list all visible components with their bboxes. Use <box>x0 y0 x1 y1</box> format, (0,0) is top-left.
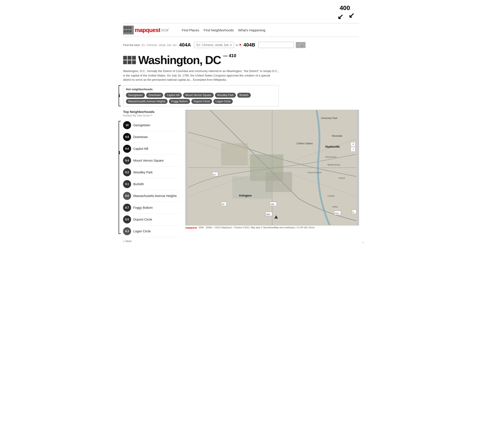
score-badge: 8.7 <box>123 204 131 212</box>
search-input[interactable] <box>194 42 234 48</box>
svg-text:Capitol: Capitol <box>328 194 334 197</box>
svg-text:Mount Rainier: Mount Rainier <box>307 171 321 173</box>
score-badge: 9.1 <box>123 180 131 188</box>
ref-402-label: 402 <box>363 239 363 245</box>
ref-410-label: — 410 <box>223 53 236 58</box>
svg-text:50: 50 <box>222 203 225 205</box>
map-scale-2500m: 2500m <box>206 226 213 229</box>
svg-text:395: 395 <box>271 203 274 205</box>
neighborhood-item[interactable]: 9.6 Capitol Hill <box>123 143 181 155</box>
neighborhood-item[interactable]: 8.5 Dupont Circle <box>123 214 181 225</box>
neighborhood-tag[interactable]: Massachusetts Avenue Heights <box>126 99 168 104</box>
neighborhood-item[interactable]: 9.2 Woodley Park <box>123 166 181 178</box>
neighborhood-item[interactable]: 8.7 Foggy Bottom <box>123 202 181 214</box>
score-badge: 9.6 <box>123 145 131 153</box>
score-badge: 10 <box>123 121 131 129</box>
hot-neighborhoods-section: 406 Hot neighborhoods GeorgetownDowntown… <box>123 85 283 106</box>
map-svg: University Park Riverdale Hyattsville Ed… <box>185 110 359 225</box>
svg-text:Arlington: Arlington <box>239 194 252 197</box>
score-badge: 9.4 <box>123 157 131 165</box>
svg-rect-5 <box>221 143 248 165</box>
map-scale-500k: 500K <box>199 226 204 229</box>
neighborhood-name: Woodley Park <box>133 171 153 174</box>
nav-find-places[interactable]: Find Places <box>182 28 199 32</box>
neighborhood-name: Logan Circle <box>133 229 151 233</box>
main-content: 408 Top Neighborhoods Ranked By Vibe Sco… <box>123 110 359 243</box>
neighborhood-tag[interactable]: Mount Vernon Square <box>183 93 214 98</box>
svg-text:Riverdale: Riverdale <box>332 134 342 137</box>
neighborhoods-title: Top Neighborhoods <box>123 110 181 114</box>
neighborhood-name: Dupont Circle <box>133 218 152 221</box>
svg-rect-8 <box>265 172 292 192</box>
bracket-top <box>119 85 121 86</box>
svg-text:395: 395 <box>266 213 270 215</box>
neighborhood-item[interactable]: 9.4 Mount Vernon Square <box>123 155 181 166</box>
svg-text:Cheve: Cheve <box>339 177 345 179</box>
nav-find-neighborhoods[interactable]: Find Neighborhoods <box>204 28 234 32</box>
neighborhood-tag[interactable]: Logan Circle <box>213 99 233 104</box>
neighborhood-tag[interactable]: Georgetown <box>126 93 145 98</box>
svg-text:+: + <box>353 142 354 146</box>
neighborhood-item[interactable]: 8.0 Massachusetts Avenue Heights <box>123 190 181 202</box>
neighborhood-name: Foggy Bottom <box>133 206 153 209</box>
neighborhood-item[interactable]: 10 Georgetown <box>123 119 181 131</box>
svg-text:12↑: 12↑ <box>213 173 216 175</box>
neighborhood-item[interactable]: 9.8 Downtown <box>123 131 181 143</box>
location-input[interactable] <box>258 42 294 48</box>
logo-local: ocal <box>161 28 169 32</box>
neighborhood-name: Massachusetts Avenue Heights <box>133 194 177 198</box>
neighborhood-tag[interactable]: Burleith <box>237 93 251 98</box>
list-bracket-line <box>119 121 119 234</box>
svg-text:4: 4 <box>353 211 354 213</box>
neighborhood-name: Burleith <box>133 182 144 186</box>
svg-text:Hyattsville: Hyattsville <box>325 145 340 148</box>
hot-neighborhoods: Hot neighborhoods GeorgetownDowntownCapi… <box>123 85 279 106</box>
neighborhood-tag[interactable]: Capitol Hill <box>164 93 182 98</box>
logo-area: mapquest ocal <box>123 26 169 34</box>
main-nav: Find Places Find Neighborhoods What's Ha… <box>182 28 265 32</box>
svg-text:Edmonston: Edmonston <box>325 156 337 158</box>
map-placeholder[interactable]: University Park Riverdale Hyattsville Ed… <box>185 110 359 225</box>
ref-400-text: 400 <box>340 4 350 11</box>
neighborhood-tag[interactable]: Dupont Circle <box>191 99 212 104</box>
svg-text:−: − <box>353 147 354 151</box>
neighborhood-name: Capitol Hill <box>133 147 148 150</box>
score-badge: 8.3 <box>123 227 131 235</box>
neighborhood-name: Georgetown <box>133 123 150 127</box>
neighborhood-item[interactable]: 8.3 Logan Circle <box>123 225 181 237</box>
neighborhood-tag[interactable]: Woodley Park <box>215 93 236 98</box>
map-footer: mapquest 500K 2500m ©2012 MapQuest – Por… <box>185 226 359 229</box>
city-title-row: Washington, DC — 410 <box>123 53 359 67</box>
city-icon-grid <box>123 56 136 64</box>
neighborhood-tag[interactable]: Downtown <box>146 93 163 98</box>
svg-text:Suitla: Suitla <box>332 205 337 208</box>
search-button[interactable]: 🔍 <box>296 42 305 48</box>
search-label: Find the best Ex: Chinese, steak, bar, e… <box>123 43 177 47</box>
score-badge: 8.5 <box>123 215 131 223</box>
list-bracket-bottom <box>119 233 121 234</box>
svg-text:Bladensburg: Bladensburg <box>328 163 340 166</box>
map-attribution: ©2012 MapQuest – Portions ©2012, Map dat… <box>214 226 315 229</box>
svg-text:Chillum Station: Chillum Station <box>297 142 313 145</box>
svg-text:University Park: University Park <box>321 117 337 119</box>
city-title: Washington, DC <box>138 53 221 67</box>
bracket-line <box>119 85 119 106</box>
ref-400-label: 400 ↙ <box>123 4 359 21</box>
search-bar: Find the best Ex: Chinese, steak, bar, e… <box>123 40 359 50</box>
ref-404b-label: 404B <box>243 42 255 48</box>
logo-text[interactable]: mapquest <box>135 27 160 34</box>
map-area: University Park Riverdale Hyattsville Ed… <box>185 110 359 243</box>
next-link[interactable]: » Next <box>123 239 181 243</box>
city-description: Washington, D.C., formally the District … <box>123 69 279 82</box>
left-panel: 408 Top Neighborhoods Ranked By Vibe Sco… <box>123 110 181 243</box>
neighborhood-name: Downtown <box>133 135 148 139</box>
nav-whats-happening[interactable]: What's Happening <box>238 28 265 32</box>
neighborhood-tags: GeorgetownDowntownCapitol HillMount Vern… <box>126 93 276 104</box>
list-bracket-top <box>119 121 121 121</box>
neighborhood-item[interactable]: 9.1 Burleith <box>123 178 181 190</box>
score-badge: 9.2 <box>123 168 131 176</box>
search-in-label: in ⚑ <box>236 43 242 47</box>
site-header: mapquest ocal Find Places Find Neighborh… <box>123 23 359 37</box>
ref-404a-label: 404A <box>179 42 191 48</box>
neighborhood-tag[interactable]: Foggy Bottom <box>169 99 190 104</box>
